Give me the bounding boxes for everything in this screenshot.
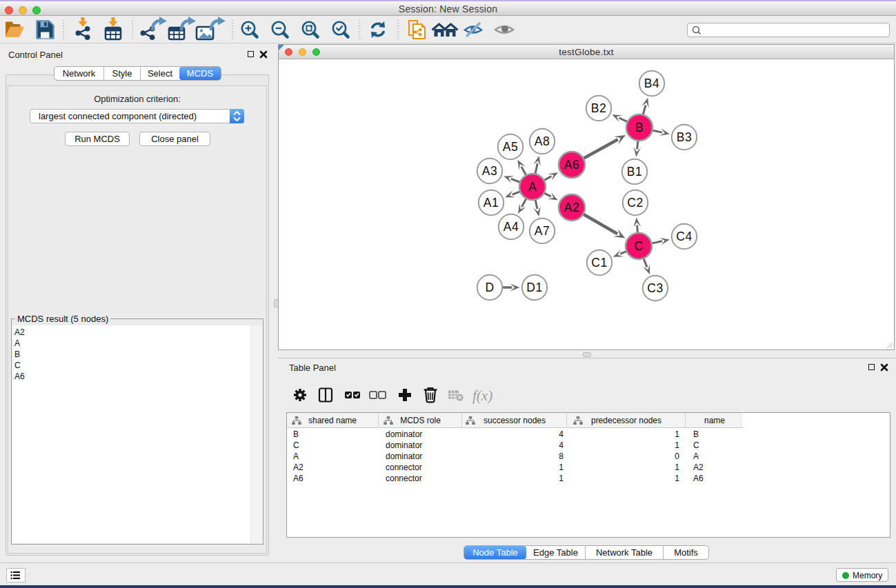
svg-text:B4: B4 bbox=[644, 77, 659, 90]
svg-text:A: A bbox=[528, 180, 537, 194]
svg-text:A1: A1 bbox=[484, 196, 499, 210]
svg-text:C: C bbox=[634, 239, 643, 253]
svg-text:C3: C3 bbox=[647, 281, 663, 295]
svg-text:D1: D1 bbox=[526, 281, 542, 294]
svg-text:A6: A6 bbox=[564, 158, 579, 172]
svg-text:A3: A3 bbox=[482, 164, 497, 178]
svg-text:A2: A2 bbox=[564, 201, 579, 214]
svg-text:A4: A4 bbox=[504, 220, 519, 234]
svg-text:B: B bbox=[635, 121, 644, 134]
svg-text:A5: A5 bbox=[503, 140, 518, 154]
svg-text:B1: B1 bbox=[627, 165, 642, 179]
svg-text:A7: A7 bbox=[535, 224, 550, 238]
svg-text:C1: C1 bbox=[591, 256, 607, 270]
svg-text:A8: A8 bbox=[535, 134, 550, 148]
svg-text:C2: C2 bbox=[627, 196, 643, 210]
svg-text:B2: B2 bbox=[591, 101, 606, 115]
svg-text:C4: C4 bbox=[676, 230, 692, 243]
svg-text:D: D bbox=[485, 281, 494, 294]
svg-text:B3: B3 bbox=[677, 130, 692, 144]
svg-text:f(x): f(x) bbox=[472, 387, 492, 404]
